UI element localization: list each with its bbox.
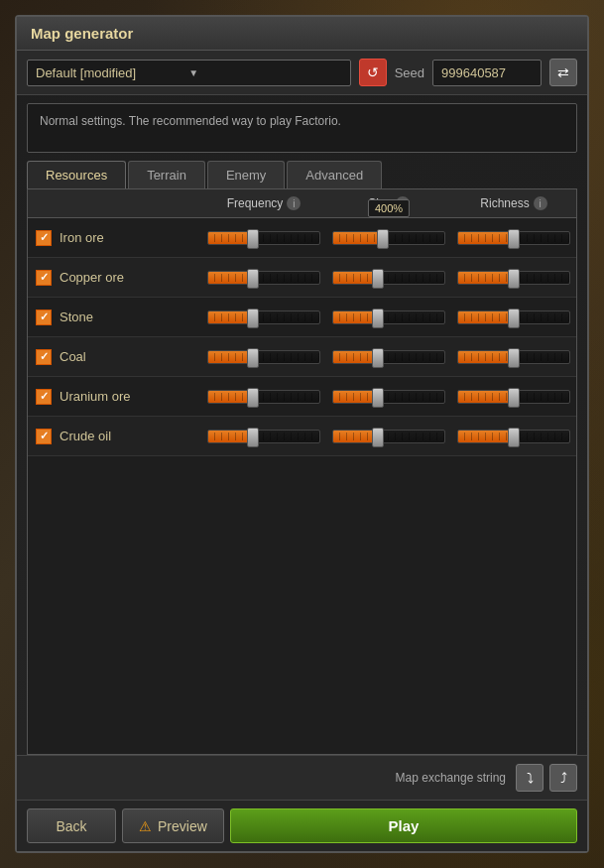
table-row: ✓ Coal [28, 337, 576, 377]
frequency-slider-cell-0 [201, 227, 326, 249]
frequency-slider-cell-5 [201, 426, 326, 447]
export-icon: ⤴ [560, 770, 567, 786]
resource-name-5: Crude oil [60, 429, 111, 443]
resource-cell-1: ✓ Copper ore [28, 264, 201, 292]
exchange-label: Map exchange string [396, 771, 506, 785]
richness-slider-cell-2 [451, 307, 576, 328]
action-buttons: Back ⚠ Preview Play [17, 800, 587, 851]
info-text: Normal settings. The recommended way to … [40, 114, 341, 128]
size-slider-cell-2 [326, 307, 451, 328]
shuffle-button[interactable]: ⇄ [549, 59, 577, 86]
tab-advanced[interactable]: Advanced [287, 161, 382, 188]
title-bar: Map generator [17, 17, 587, 51]
check-icon: ✓ [40, 430, 49, 442]
richness-slider-cell-3 [451, 346, 576, 368]
frequency-slider-1[interactable] [207, 271, 320, 285]
frequency-slider-5[interactable] [207, 430, 320, 443]
reset-icon: ↺ [367, 64, 379, 80]
table-row: ✓ Stone [28, 298, 576, 337]
richness-slider-3[interactable] [457, 350, 570, 364]
size-slider-cell-5 [326, 426, 451, 447]
resource-checkbox-4[interactable]: ✓ [36, 389, 52, 405]
frequency-slider-3[interactable] [207, 350, 320, 364]
resource-name-2: Stone [60, 310, 93, 324]
size-slider-5[interactable] [332, 430, 445, 443]
table-header: Frequency i Size i Richness i [28, 189, 576, 218]
table-row: ✓ Uranium ore [28, 377, 576, 417]
shuffle-icon: ⇄ [557, 64, 569, 80]
size-slider-1[interactable] [332, 271, 445, 285]
chevron-down-icon: ▼ [188, 67, 341, 78]
map-generator-panel: Map generator Default [modified] ▼ ↺ See… [15, 15, 589, 853]
preview-label: Preview [158, 818, 207, 834]
info-box: Normal settings. The recommended way to … [27, 103, 577, 153]
frequency-slider-0[interactable] [207, 231, 320, 245]
tab-enemy[interactable]: Enemy [207, 161, 285, 188]
back-button[interactable]: Back [27, 808, 116, 843]
top-controls: Default [modified] ▼ ↺ Seed ⇄ [17, 51, 587, 95]
richness-slider-5[interactable] [457, 430, 570, 443]
size-slider-3[interactable] [332, 350, 445, 364]
richness-slider-1[interactable] [457, 271, 570, 285]
import-button[interactable]: ⤵ [516, 764, 544, 792]
resource-checkbox-0[interactable]: ✓ [36, 230, 52, 246]
frequency-info-icon[interactable]: i [287, 196, 301, 210]
resource-checkbox-1[interactable]: ✓ [36, 270, 52, 286]
frequency-slider-cell-2 [201, 307, 326, 328]
resources-table: Frequency i Size i Richness i ✓ Iron ore [27, 188, 577, 755]
richness-slider-4[interactable] [457, 390, 570, 404]
resource-cell-2: ✓ Stone [28, 304, 201, 331]
richness-slider-cell-0 [451, 227, 576, 249]
resource-name-1: Copper ore [60, 270, 124, 285]
reset-button[interactable]: ↺ [359, 59, 387, 86]
size-slider-4[interactable] [332, 390, 445, 404]
export-button[interactable]: ⤴ [549, 764, 577, 792]
resource-name-0: Iron ore [60, 230, 104, 245]
richness-slider-0[interactable] [457, 231, 570, 245]
window-title: Map generator [31, 25, 133, 42]
frequency-slider-cell-3 [201, 346, 326, 368]
resource-cell-3: ✓ Coal [28, 343, 201, 371]
tab-resources[interactable]: Resources [27, 161, 126, 188]
resource-checkbox-2[interactable]: ✓ [36, 310, 52, 325]
check-icon: ✓ [40, 390, 49, 403]
resource-cell-4: ✓ Uranium ore [28, 383, 201, 411]
size-tooltip-0: 400% [368, 199, 410, 217]
resource-cell-0: ✓ Iron ore [28, 224, 201, 252]
size-slider-cell-1 [326, 267, 451, 289]
preview-button[interactable]: ⚠ Preview [122, 808, 224, 843]
resource-checkbox-3[interactable]: ✓ [36, 349, 52, 365]
resource-checkbox-5[interactable]: ✓ [36, 429, 52, 444]
check-icon: ✓ [40, 310, 49, 323]
tabs-bar: Resources Terrain Enemy Advanced [27, 161, 577, 188]
seed-label: Seed [395, 65, 424, 80]
seed-input[interactable] [432, 60, 542, 86]
size-slider-0[interactable] [332, 231, 445, 245]
richness-slider-cell-5 [451, 426, 576, 447]
preset-label: Default [modified] [36, 65, 188, 80]
size-slider-cell-3 [326, 346, 451, 368]
size-slider-cell-0: 400% [326, 227, 451, 249]
tab-terrain[interactable]: Terrain [128, 161, 205, 188]
richness-slider-cell-1 [451, 267, 576, 289]
bottom-controls: Map exchange string ⤵ ⤴ [17, 755, 587, 800]
check-icon: ✓ [40, 231, 49, 244]
richness-slider-2[interactable] [457, 310, 570, 324]
resource-name-3: Coal [60, 349, 86, 364]
table-row: ✓ Crude oil [28, 417, 576, 456]
frequency-slider-cell-1 [201, 267, 326, 289]
resource-cell-5: ✓ Crude oil [28, 423, 201, 450]
frequency-slider-2[interactable] [207, 310, 320, 324]
col-richness: Richness i [451, 189, 576, 217]
warning-icon: ⚠ [139, 818, 152, 834]
preset-dropdown[interactable]: Default [modified] ▼ [27, 60, 351, 86]
import-icon: ⤵ [527, 770, 534, 786]
richness-slider-cell-4 [451, 386, 576, 408]
col-frequency: Frequency i [201, 189, 326, 217]
frequency-slider-4[interactable] [207, 390, 320, 404]
size-slider-2[interactable] [332, 310, 445, 324]
size-slider-cell-4 [326, 386, 451, 408]
play-button[interactable]: Play [230, 808, 577, 843]
table-rows: ✓ Iron ore 400% [28, 218, 576, 456]
richness-info-icon[interactable]: i [534, 196, 547, 210]
